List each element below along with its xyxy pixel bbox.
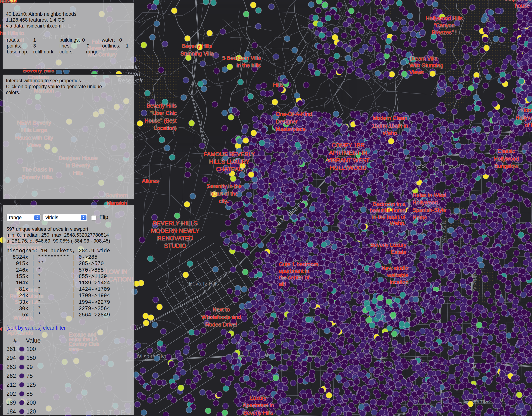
svg-text:Beverly Hills: Beverly Hills — [189, 281, 219, 287]
svg-text:Wilshire Blvd: Wilshire Blvd — [136, 353, 168, 359]
